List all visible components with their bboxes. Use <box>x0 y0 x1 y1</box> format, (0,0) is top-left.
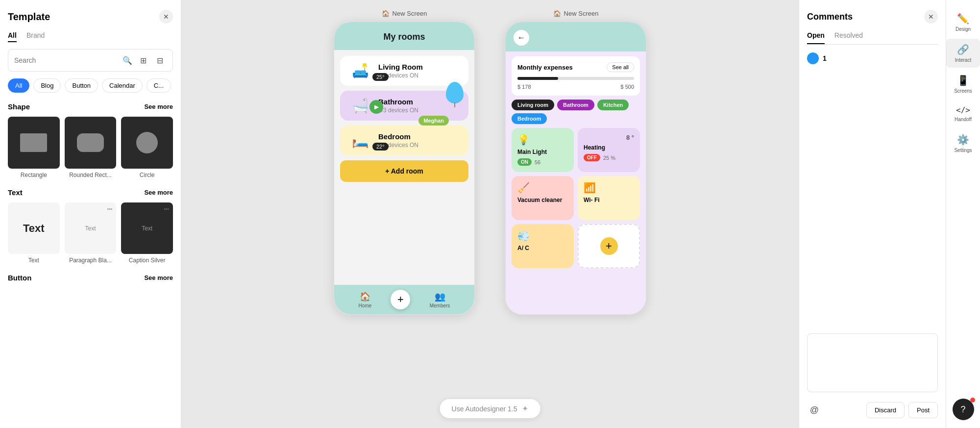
shape-section-header: Shape See more <box>8 102 173 111</box>
button-section-title: Button <box>8 274 31 282</box>
bedroom-icon: 🛏️ <box>348 132 372 149</box>
grid-large-button[interactable]: ⊟ <box>153 53 167 67</box>
grid-small-button[interactable]: ⊞ <box>136 53 150 67</box>
heating-status: OFF 25 % <box>584 154 634 161</box>
tab-open[interactable]: Open <box>807 31 825 44</box>
add-device-icon: + <box>600 237 618 255</box>
search-icon[interactable]: 🔍 <box>122 56 132 65</box>
phone1-header: My rooms <box>334 22 474 50</box>
nav-home[interactable]: 🏠 Home <box>359 291 372 308</box>
bathroom-room-devices: 1/3 devices ON <box>378 107 461 114</box>
shape-rectangle[interactable]: Rectangle <box>8 117 60 178</box>
filter-button[interactable]: Button <box>65 78 98 93</box>
post-button[interactable]: Post <box>908 402 938 418</box>
living-room-name: Living Room <box>378 63 461 71</box>
circle-label: Circle <box>140 172 155 178</box>
expense-bar-fill <box>517 77 558 80</box>
text-item-text[interactable]: Text Text <box>8 202 60 264</box>
screen1-icon: 🏠 <box>382 10 390 17</box>
see-all-button[interactable]: See all <box>607 62 634 72</box>
comments-header: Comments ✕ <box>807 10 938 24</box>
screen2-label: 🏠 New Screen <box>553 10 599 17</box>
device-ac[interactable]: 💨 A/ C <box>512 224 574 268</box>
device-heating[interactable]: 8 ° Heating OFF 25 % <box>578 128 640 172</box>
toolbar-handoff[interactable]: </> Handoff <box>946 101 980 127</box>
toolbar-design[interactable]: ✏️ Design <box>946 8 980 37</box>
comments-panel: Comments ✕ Open Resolved 1 @ Discard Pos… <box>799 0 946 428</box>
living-room-devices: 3/5 devices ON <box>378 72 461 79</box>
comment-input[interactable] <box>807 333 938 392</box>
device-main-light[interactable]: 💡 Main Light ON 56 <box>512 128 574 172</box>
add-room-button[interactable]: + Add room <box>340 160 468 182</box>
filter-more[interactable]: C... <box>147 78 171 93</box>
panel-header: Template ✕ <box>8 10 173 24</box>
ac-icon: 💨 <box>517 230 568 242</box>
button-section-header: Button See more <box>8 274 173 282</box>
phone2-content: Monthly expenses See all $ 178 $ 500 <box>506 51 646 314</box>
heating-value: 25 % <box>603 155 615 161</box>
rounded-rect-thumb <box>65 117 117 169</box>
filter-all[interactable]: All <box>8 78 29 93</box>
category-filters: All Blog Button Calendar C... <box>8 78 173 93</box>
phone1-frame: My rooms 🛋️ Living Room 3/5 devices ON 2… <box>333 21 475 315</box>
center-canvas: 🏠 New Screen My rooms 🛋️ Living Room 3/5… <box>181 0 799 428</box>
tab-brand[interactable]: Brand <box>26 31 45 42</box>
ac-name: A/ C <box>517 245 568 252</box>
autodesigner-text: Use Autodesigner 1.5 <box>452 405 517 413</box>
settings-label: Settings <box>954 148 972 153</box>
toolbar-screens[interactable]: 📱 Screens <box>946 70 980 99</box>
expenses-card: Monthly expenses See all $ 178 $ 500 <box>512 56 640 96</box>
rectangle-thumb <box>8 117 60 169</box>
heating-degree: 8 ° <box>626 134 634 141</box>
shape-rounded-rect[interactable]: Rounded Rect... <box>65 117 117 178</box>
toolbar-interact[interactable]: 🔗 Interact <box>946 39 980 68</box>
main-light-status: ON 56 <box>517 158 568 166</box>
shape-circle[interactable]: Circle <box>121 117 173 178</box>
bedroom-room-info: Bedroom 1/5 devices ON <box>378 132 461 149</box>
members-icon: 👥 <box>435 291 445 302</box>
filter-bedroom[interactable]: Bedroom <box>512 113 547 124</box>
room-card-bathroom[interactable]: 🛁 Bathroom 1/3 devices ON ▶ Meghan <box>340 91 468 121</box>
device-vacuum[interactable]: 🧹 Vacuum cleaner <box>512 176 574 220</box>
text-item-paragraph[interactable]: ••• Text Paragraph Bla... <box>65 202 117 264</box>
plus-fab[interactable]: + <box>391 290 410 309</box>
tab-all[interactable]: All <box>8 31 17 42</box>
text-item-caption[interactable]: ••• Text Caption Silver <box>121 202 173 264</box>
nav-members[interactable]: 👥 Members <box>430 291 450 308</box>
room-card-bedroom[interactable]: 🛏️ Bedroom 1/5 devices ON 22° <box>340 126 468 155</box>
discard-button[interactable]: Discard <box>866 402 905 418</box>
comments-close-button[interactable]: ✕ <box>924 10 938 24</box>
screen1-title: New Screen <box>392 10 427 17</box>
button-see-more[interactable]: See more <box>144 274 173 281</box>
filter-living-room[interactable]: Living room <box>512 100 554 110</box>
rounded-rect-visual <box>77 133 104 152</box>
device-wifi[interactable]: 📶 Wi- Fi <box>578 176 640 220</box>
paragraph-preview: Text <box>85 225 96 232</box>
comments-title: Comments <box>807 12 853 22</box>
search-input[interactable] <box>14 56 119 64</box>
add-device-card[interactable]: + <box>578 224 640 268</box>
expense-min: $ 178 <box>517 84 531 90</box>
toolbar-settings[interactable]: ⚙️ Settings <box>946 129 980 158</box>
screens-row: 🏠 New Screen My rooms 🛋️ Living Room 3/5… <box>333 0 647 315</box>
filter-kitchen[interactable]: Kitchen <box>597 100 629 110</box>
expense-bar <box>517 77 634 80</box>
living-room-icon: 🛋️ <box>348 63 372 79</box>
back-button[interactable]: ← <box>514 30 529 46</box>
close-button[interactable]: ✕ <box>159 10 173 24</box>
filter-blog[interactable]: Blog <box>33 78 61 93</box>
filter-bathroom[interactable]: Bathroom <box>557 100 594 110</box>
tab-resolved[interactable]: Resolved <box>834 31 863 44</box>
shape-see-more[interactable]: See more <box>144 103 173 110</box>
text-grid: Text Text ••• Text Paragraph Bla... ••• … <box>8 202 173 264</box>
comment-badge: 1 <box>807 52 938 64</box>
autodesigner-bar[interactable]: Use Autodesigner 1.5 ✦ <box>440 399 540 418</box>
filter-calendar[interactable]: Calendar <box>102 78 143 93</box>
help-button[interactable]: ? <box>953 399 974 420</box>
mention-button[interactable]: @ <box>807 403 822 418</box>
room-card-living[interactable]: 🛋️ Living Room 3/5 devices ON 25° <box>340 56 468 86</box>
text-see-more[interactable]: See more <box>144 189 173 196</box>
device-grid: 💡 Main Light ON 56 8 ° Heating <box>512 128 640 268</box>
handoff-icon: </> <box>956 105 970 115</box>
main-light-icon: 💡 <box>517 134 568 146</box>
